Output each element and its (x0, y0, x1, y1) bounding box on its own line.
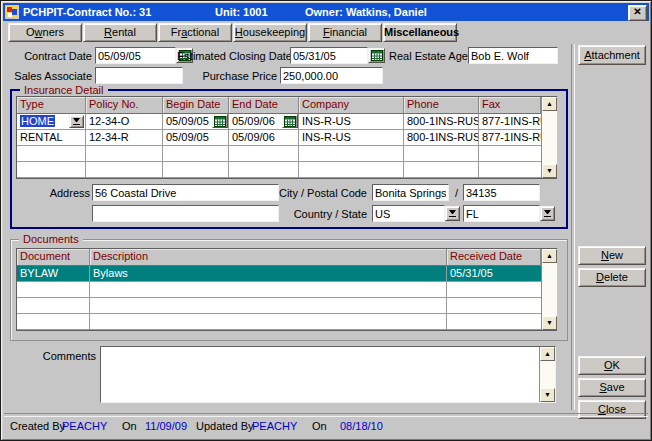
column-header[interactable]: End Date (229, 97, 299, 114)
dropdown-icon (73, 118, 80, 125)
estimated-closing-date-label: Estimated Closing Date (177, 50, 287, 62)
sales-associate-label: Sales Associate (8, 70, 92, 82)
real-estate-agent-input[interactable] (468, 47, 558, 64)
documents-table-header: Document Description Received Date (17, 249, 541, 266)
column-header[interactable]: Phone (404, 97, 479, 114)
comments-textarea[interactable]: ▲ ▼ (100, 346, 556, 403)
document-cell[interactable]: BYLAW (17, 266, 90, 282)
updated-on-label: On (312, 420, 327, 432)
tab-housekeeping[interactable]: Housekeeping (233, 23, 307, 42)
calendar-icon (214, 116, 226, 127)
save-button[interactable]: Save (578, 378, 646, 397)
insurance-table-header: Type Policy No. Begin Date End Date Comp… (17, 97, 541, 114)
created-on-label: On (122, 420, 137, 432)
column-header[interactable]: Document (17, 249, 90, 266)
city-input[interactable] (372, 184, 449, 201)
country-state-label: Country / State (289, 208, 367, 220)
insurance-detail-group-label: Insurance Detail (20, 84, 108, 96)
scroll-down-icon[interactable]: ▼ (540, 388, 555, 402)
fax-cell[interactable]: 877-1INS-RUS (479, 114, 541, 130)
table-row[interactable] (17, 282, 541, 298)
table-row[interactable] (17, 298, 541, 314)
begin-date-cell[interactable]: 05/09/05 (163, 130, 229, 146)
scroll-down-icon[interactable]: ▼ (542, 164, 557, 178)
sales-associate-input[interactable] (95, 67, 183, 84)
status-divider (4, 413, 648, 417)
delete-button[interactable]: Delete (578, 268, 646, 287)
company-cell[interactable]: INS-R-US (299, 130, 404, 146)
postal-code-input[interactable] (463, 184, 540, 201)
fax-cell[interactable]: 877-1INS-RUS (479, 130, 541, 146)
column-header[interactable]: Description (90, 249, 447, 266)
scroll-up-icon[interactable]: ▲ (542, 249, 557, 263)
scroll-up-icon[interactable]: ▲ (542, 97, 557, 111)
city-postal-label: City / Postal Code (277, 187, 367, 199)
created-by-label: Created By (10, 420, 65, 432)
policy-no-cell[interactable]: 12-34-O (86, 114, 163, 130)
table-row-selected[interactable]: BYLAW Bylaws 05/31/05 (17, 266, 541, 282)
scroll-down-icon[interactable]: ▼ (542, 316, 557, 330)
tab-rental[interactable]: Rental (83, 23, 157, 42)
column-header[interactable]: Fax (479, 97, 541, 114)
contract-date-label: Contract Date (10, 50, 92, 62)
column-header[interactable]: Company (299, 97, 404, 114)
vertical-divider (571, 44, 575, 410)
address-line1-input[interactable] (92, 184, 279, 201)
phone-cell[interactable]: 800-1INS-RUS (404, 130, 479, 146)
tab-financial[interactable]: Financial (308, 23, 382, 42)
policy-no-cell[interactable]: 12-34-R (86, 130, 163, 146)
column-header[interactable]: Type (17, 97, 86, 114)
window-owner: Owner: Watkins, Daniel (305, 6, 427, 18)
dropdown-icon (544, 210, 551, 217)
table-row[interactable]: RENTAL 12-34-R 05/09/05 05/09/06 INS-R-U… (17, 130, 541, 146)
column-header[interactable]: Begin Date (163, 97, 229, 114)
comments-scrollbar[interactable]: ▲ ▼ (539, 347, 555, 402)
table-row[interactable] (17, 146, 541, 162)
created-on-value: 11/09/09 (145, 420, 187, 432)
estimated-closing-date-calendar-button[interactable] (368, 48, 385, 63)
address-label: Address (30, 187, 90, 199)
city-postal-separator: / (455, 187, 458, 199)
insurance-type-cell[interactable]: HOME (17, 114, 86, 130)
table-row[interactable] (17, 314, 541, 330)
table-row[interactable]: HOME 12-34-O 05/09/05 05/09/06 INS-R-US … (17, 114, 541, 130)
country-dropdown-button[interactable] (445, 206, 460, 221)
column-header[interactable]: Policy No. (86, 97, 163, 114)
column-header[interactable]: Received Date (447, 249, 541, 266)
end-date-calendar-button[interactable] (282, 114, 298, 128)
begin-date-cell[interactable]: 05/09/05 (163, 114, 229, 130)
documents-group-label: Documents (19, 233, 83, 245)
documents-table-scrollbar[interactable]: ▲ ▼ (541, 249, 557, 330)
state-dropdown-button[interactable] (540, 206, 555, 221)
insurance-table: Type Policy No. Begin Date End Date Comp… (16, 96, 557, 179)
end-date-cell[interactable]: 05/09/06 (229, 114, 299, 130)
title-bar: PCHPIT-Contract No.: 31 Unit: 1001 Owner… (3, 3, 649, 21)
begin-date-calendar-button[interactable] (212, 114, 228, 128)
table-row[interactable] (17, 162, 541, 178)
tab-owners[interactable]: Owners (8, 23, 82, 42)
tab-fractional[interactable]: Fractional (158, 23, 232, 42)
received-date-cell[interactable]: 05/31/05 (447, 266, 541, 282)
app-icon (5, 5, 19, 19)
ok-button[interactable]: OK (578, 356, 646, 375)
company-cell[interactable]: INS-R-US (299, 114, 404, 130)
contract-date-input[interactable] (95, 47, 176, 64)
purchase-price-label: Purchase Price (200, 70, 277, 82)
insurance-table-scrollbar[interactable]: ▲ ▼ (541, 97, 557, 178)
insurance-type-cell[interactable]: RENTAL (17, 130, 86, 146)
address-line2-input[interactable] (92, 205, 279, 222)
new-button[interactable]: New (578, 246, 646, 265)
comments-label: Comments (30, 350, 96, 362)
scroll-up-icon[interactable]: ▲ (540, 347, 555, 361)
attachment-button[interactable]: Attachment (578, 45, 646, 65)
country-input[interactable] (372, 205, 445, 222)
type-dropdown-button[interactable] (69, 115, 84, 128)
description-cell[interactable]: Bylaws (90, 266, 447, 282)
end-date-cell[interactable]: 05/09/06 (229, 130, 299, 146)
close-icon[interactable]: ✕ (628, 5, 647, 21)
purchase-price-input[interactable] (280, 67, 383, 84)
phone-cell[interactable]: 800-1INS-RUS (404, 114, 479, 130)
state-input[interactable] (463, 205, 540, 222)
estimated-closing-date-input[interactable] (290, 47, 368, 64)
tab-miscellaneous[interactable]: Miscellaneous (383, 23, 457, 42)
